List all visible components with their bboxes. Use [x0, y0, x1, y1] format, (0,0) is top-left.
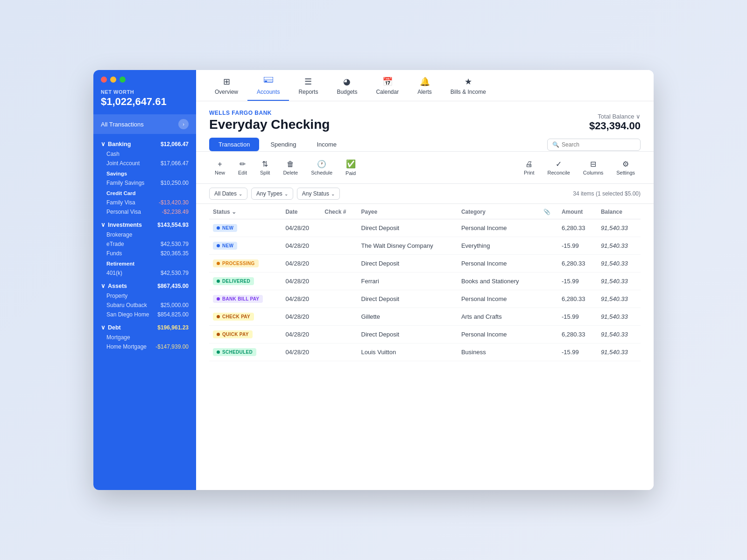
check-cell — [321, 273, 357, 290]
nav-reports[interactable]: ☰ Reports — [289, 70, 327, 101]
delete-button[interactable]: 🗑 Delete — [277, 157, 303, 178]
search-input[interactable] — [562, 141, 635, 148]
category-cell: Personal Income — [458, 219, 540, 237]
status-cell: PROCESSING — [209, 255, 282, 273]
sidebar-item-brokerage[interactable]: Brokerage — [93, 230, 196, 239]
investments-amount: $143,554.93 — [157, 222, 189, 228]
table-row[interactable]: SCHEDULED 04/28/20 Louis Vuitton Busines… — [209, 343, 641, 361]
table-row[interactable]: NEW 04/28/20 Direct Deposit Personal Inc… — [209, 219, 641, 237]
edit-label: Edit — [238, 170, 247, 175]
minimize-dot[interactable] — [110, 77, 116, 83]
check-cell — [321, 343, 357, 361]
reconcile-button[interactable]: ✓ Reconcile — [542, 157, 576, 178]
amount-cell: -15.99 — [558, 273, 597, 290]
etrade-label: eTrade — [106, 241, 124, 247]
attach-cell — [540, 237, 558, 255]
nav-overview[interactable]: ⊞ Overview — [205, 70, 247, 101]
table-row[interactable]: QUICK PAY 04/28/20 Direct Deposit Person… — [209, 326, 641, 343]
balance-header: Balance — [597, 204, 641, 219]
table-row[interactable]: PROCESSING 04/28/20 Direct Deposit Perso… — [209, 255, 641, 273]
date-cell: 04/28/20 — [282, 273, 321, 290]
assets-category[interactable]: ∨ Assets $867,435.00 — [93, 280, 196, 291]
credit-card-label: Credit Card — [106, 190, 136, 196]
investments-category[interactable]: ∨ Investments $143,554.93 — [93, 218, 196, 230]
sidebar-item-family-savings[interactable]: Family Savings $10,250.00 — [93, 178, 196, 188]
table-row[interactable]: NEW 04/28/20 The Walt Disney Company Eve… — [209, 237, 641, 255]
attach-cell — [540, 308, 558, 326]
attach-cell — [540, 290, 558, 308]
sidebar-item-family-visa[interactable]: Family Visa -$13,420.30 — [93, 198, 196, 207]
tab-transaction[interactable]: Transaction — [209, 138, 259, 151]
attach-header: 📎 — [540, 204, 558, 219]
etrade-amount: $42,530.79 — [161, 241, 189, 247]
types-filter[interactable]: Any Types ⌄ — [251, 188, 293, 200]
badge-dot-icon — [217, 315, 220, 318]
personal-visa-amount: -$2,238.49 — [162, 209, 189, 215]
debt-category[interactable]: ∨ Debt $196,961.23 — [93, 321, 196, 333]
balance-amount: $23,394.00 — [589, 120, 641, 132]
amount-cell: -15.99 — [558, 308, 597, 326]
print-button[interactable]: 🖨 Print — [518, 157, 540, 178]
chevron-down-icon-3: ∨ — [101, 282, 106, 289]
schedule-label: Schedule — [311, 170, 332, 175]
paid-button[interactable]: ✅ Paid — [340, 156, 361, 179]
balance-cell: 91,540.33 — [597, 343, 641, 361]
badge-dot-icon — [217, 280, 220, 283]
close-dot[interactable] — [101, 77, 107, 83]
joint-account-label: Joint Account — [106, 160, 140, 167]
settings-label: Settings — [616, 170, 635, 175]
table-row[interactable]: DELIVERED 04/28/20 Ferrari Books and Sta… — [209, 273, 641, 290]
status-header[interactable]: Status ⌄ — [209, 204, 282, 219]
nav-budgets[interactable]: ◕ Budgets — [327, 70, 366, 101]
sidebar-item-etrade[interactable]: eTrade $42,530.79 — [93, 239, 196, 249]
debt-label: ∨ Debt — [101, 324, 121, 331]
new-button[interactable]: + New — [209, 157, 231, 178]
bills-income-label: Bills & Income — [451, 89, 486, 95]
sidebar-item-personal-visa[interactable]: Personal Visa -$2,238.49 — [93, 207, 196, 217]
sidebar-item-san-diego[interactable]: San Diego Home $854,825.00 — [93, 310, 196, 319]
san-diego-label: San Diego Home — [106, 311, 149, 318]
debt-section: ∨ Debt $196,961.23 Mortgage Home Mortgag… — [93, 320, 196, 352]
sidebar-item-mortgage[interactable]: Mortgage — [93, 333, 196, 342]
tab-bar: Transaction Spending Income 🔍 — [196, 138, 654, 152]
table-row[interactable]: BANK BILL PAY 04/28/20 Direct Deposit Pe… — [209, 290, 641, 308]
nav-alerts[interactable]: 🔔 Alerts — [408, 70, 441, 101]
split-label: Split — [260, 170, 270, 175]
transaction-table: Status ⌄ Date Check # Payee Category 📎 A… — [196, 204, 654, 490]
category-cell: Books and Stationery — [458, 273, 540, 290]
sidebar-item-home-mortgage[interactable]: Home Mortgage -$147,939.00 — [93, 342, 196, 351]
nav-bills-income[interactable]: ★ Bills & Income — [441, 70, 495, 101]
sidebar-item-joint-account[interactable]: Joint Account $17,066.47 — [93, 159, 196, 168]
search-box[interactable]: 🔍 — [547, 139, 641, 151]
nav-calendar[interactable]: 📅 Calendar — [366, 70, 408, 101]
tab-income[interactable]: Income — [307, 138, 346, 151]
sidebar-item-subaru[interactable]: Subaru Outback $25,000.00 — [93, 301, 196, 310]
badge-dot-icon — [217, 333, 220, 336]
schedule-button[interactable]: 🕐 Schedule — [305, 157, 338, 178]
columns-button[interactable]: ⊟ Columns — [578, 157, 609, 178]
401k-amount: $42,530.79 — [161, 270, 189, 276]
all-transactions-item[interactable]: All Transactions › — [93, 114, 196, 134]
edit-button[interactable]: ✏ Edit — [233, 157, 253, 178]
amount-header: Amount — [558, 204, 597, 219]
banking-label: ∨ Banking — [101, 140, 131, 147]
split-button[interactable]: ⇅ Split — [254, 157, 275, 178]
maximize-dot[interactable] — [120, 77, 126, 83]
status-filter[interactable]: Any Status ⌄ — [297, 188, 340, 200]
amount-cell: -15.99 — [558, 237, 597, 255]
sidebar-item-funds[interactable]: Funds $20,365.35 — [93, 249, 196, 258]
banking-category[interactable]: ∨ Banking $12,066.47 — [93, 138, 196, 149]
dates-filter[interactable]: All Dates ⌄ — [209, 188, 247, 200]
sidebar-item-cash[interactable]: Cash — [93, 149, 196, 159]
settings-button[interactable]: ⚙ Settings — [611, 157, 641, 178]
sidebar-item-401k[interactable]: 401(k) $42,530.79 — [93, 268, 196, 278]
calendar-label: Calendar — [376, 89, 399, 95]
funds-label: Funds — [106, 250, 122, 257]
sidebar-item-property[interactable]: Property — [93, 291, 196, 301]
funds-amount: $20,365.35 — [161, 250, 189, 257]
badge-dot-icon — [217, 350, 220, 354]
tab-spending[interactable]: Spending — [261, 138, 305, 151]
nav-accounts[interactable]: Accounts — [247, 70, 289, 101]
edit-icon: ✏ — [240, 160, 246, 168]
table-row[interactable]: CHECK PAY 04/28/20 Gillette Arts and Cra… — [209, 308, 641, 326]
